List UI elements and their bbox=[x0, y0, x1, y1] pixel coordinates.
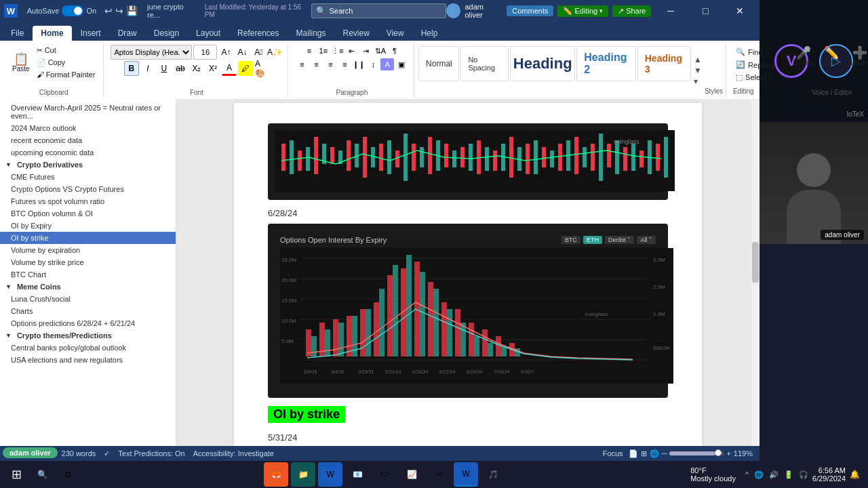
focus-btn[interactable]: Focus bbox=[603, 449, 623, 458]
taskbar-outlook[interactable]: 📧 bbox=[345, 462, 370, 487]
styles-up-btn[interactable]: ▲ bbox=[694, 55, 702, 64]
highlight-btn[interactable]: 🖊 bbox=[238, 61, 253, 76]
format-painter-btn[interactable]: 🖌 Format Painter bbox=[34, 69, 98, 80]
autosave-toggle[interactable] bbox=[62, 5, 83, 16]
line-space-btn[interactable]: ↕ bbox=[366, 58, 380, 70]
text-color-btn[interactable]: A bbox=[222, 61, 237, 76]
paste-btn[interactable]: 📋 Paste bbox=[9, 51, 33, 75]
bold-btn[interactable]: B bbox=[124, 61, 139, 76]
taskbar-explorer[interactable]: 📁 bbox=[291, 462, 315, 487]
network-icon[interactable]: 🌐 bbox=[754, 470, 764, 479]
zoom-out-btn[interactable]: ─ bbox=[662, 449, 667, 458]
nav-item-btc-chart[interactable]: BTC Chart bbox=[0, 268, 176, 281]
replace-btn[interactable]: 🔄 Replace bbox=[733, 59, 778, 70]
nav-item-central[interactable]: Central banks policy/global outlook bbox=[0, 342, 176, 354]
maximize-btn[interactable]: □ bbox=[690, 0, 721, 22]
taskbar-word[interactable]: W bbox=[318, 462, 342, 487]
subscript-btn[interactable]: X₂ bbox=[189, 61, 204, 76]
taskbar-search-btn[interactable]: 🔍 bbox=[31, 464, 53, 485]
font-grow-btn[interactable]: A↑ bbox=[218, 45, 233, 60]
save-btn[interactable]: 💾 bbox=[126, 5, 138, 16]
editor-btn[interactable]: ✏️ Editor bbox=[820, 45, 843, 68]
font-shrink-btn[interactable]: A↓ bbox=[235, 45, 250, 60]
strikethrough-btn[interactable]: ab bbox=[173, 61, 188, 76]
view-mode-icon[interactable]: 📄 bbox=[629, 449, 638, 458]
nav-item-vol-strike[interactable]: Volume by strike price bbox=[0, 256, 176, 268]
zoom-slider[interactable] bbox=[669, 451, 724, 455]
doc-area[interactable]: coinglass 6/28/24 Options Open Interest … bbox=[176, 96, 760, 461]
text-effects-btn[interactable]: A✨ bbox=[267, 45, 282, 60]
search-bar[interactable]: 🔍 Search bbox=[311, 3, 446, 18]
accessibility[interactable]: Accessibility: Investigate bbox=[193, 449, 274, 458]
time-display[interactable]: 6:56 AM 6/29/2024 bbox=[812, 466, 846, 483]
taskbar-word2[interactable]: W bbox=[454, 462, 478, 487]
undo-btn[interactable]: ↩ bbox=[104, 5, 113, 16]
volume-icon[interactable]: 🔊 bbox=[769, 470, 778, 479]
find-btn[interactable]: 🔍 Find bbox=[733, 46, 778, 58]
tab-layout[interactable]: Layout bbox=[188, 26, 229, 41]
comments-btn[interactable]: Comments bbox=[507, 5, 553, 16]
tab-file[interactable]: File bbox=[3, 26, 32, 41]
taskbar-firefox[interactable]: 🦊 bbox=[264, 462, 288, 487]
nav-item-upcoming[interactable]: upcoming economic data bbox=[0, 146, 176, 159]
select-btn[interactable]: ⬚ Select ˅ bbox=[733, 72, 778, 83]
num-list-btn[interactable]: 1≡ bbox=[317, 45, 330, 57]
nav-item-charts[interactable]: Charts bbox=[0, 305, 176, 317]
redo-btn[interactable]: ↪ bbox=[115, 5, 123, 16]
nav-item-oi-strike[interactable]: OI by strike bbox=[0, 232, 176, 244]
text-predictions[interactable]: Text Predictions: On bbox=[118, 449, 184, 458]
task-view-btn[interactable]: ⧉ bbox=[57, 464, 79, 485]
sys-tray-expand[interactable]: ^ bbox=[745, 470, 749, 479]
view-web-icon[interactable]: 🌐 bbox=[650, 449, 659, 458]
shading-btn[interactable]: A bbox=[380, 58, 394, 70]
font-face-select[interactable]: Aptos Display (Hea... bbox=[111, 45, 192, 60]
clear-format-btn[interactable]: A⃝ bbox=[251, 45, 266, 60]
underline-btn[interactable]: U bbox=[157, 61, 172, 76]
nav-item-oi-expiry[interactable]: OI by Expiry bbox=[0, 220, 176, 232]
nav-item-btc-oi[interactable]: BTC Option volumn & OI bbox=[0, 207, 176, 220]
headset-icon[interactable]: 🎧 bbox=[799, 470, 808, 479]
tab-help[interactable]: Help bbox=[413, 26, 446, 41]
cut-btn[interactable]: ✂ Cut bbox=[34, 45, 98, 56]
italic-btn[interactable]: I bbox=[140, 61, 155, 76]
justify-btn[interactable]: ≡ bbox=[338, 58, 351, 70]
nav-item-crypto-themes[interactable]: ▼Crypto themes/Predictions bbox=[0, 329, 176, 342]
show-para-btn[interactable]: ¶ bbox=[388, 45, 401, 57]
taskbar-unknown[interactable]: 🎵 bbox=[481, 462, 505, 487]
minimize-btn[interactable]: ─ bbox=[655, 0, 686, 22]
tab-design[interactable]: Design bbox=[146, 26, 187, 41]
nav-item-cme[interactable]: CME Futures bbox=[0, 171, 176, 183]
nav-item-opts-pred[interactable]: Options predictions 6/28/24 + 6/21/24 bbox=[0, 317, 176, 329]
start-btn[interactable]: ⊞ bbox=[5, 464, 27, 485]
notification-icon[interactable]: 🔔 bbox=[850, 470, 860, 479]
col-btn[interactable]: ❙❙ bbox=[352, 58, 366, 70]
indent-dec-btn[interactable]: ⇤ bbox=[345, 45, 359, 57]
zoom-in-btn[interactable]: + bbox=[726, 449, 730, 458]
font-size-input[interactable] bbox=[193, 45, 217, 60]
align-left-btn[interactable]: ≡ bbox=[295, 58, 309, 70]
dictate-btn[interactable]: 🎤 Dictate bbox=[790, 45, 816, 68]
tab-references[interactable]: References bbox=[229, 26, 287, 41]
close-btn[interactable]: ✕ bbox=[725, 0, 755, 22]
align-right-btn[interactable]: ≡ bbox=[323, 58, 337, 70]
border-btn[interactable]: ▣ bbox=[395, 58, 408, 70]
tab-view[interactable]: View bbox=[378, 26, 412, 41]
battery-icon[interactable]: 🔋 bbox=[784, 470, 793, 479]
taskbar-tradingview[interactable]: 📈 bbox=[399, 462, 424, 487]
nav-item-luna[interactable]: Luna Crush/social bbox=[0, 293, 176, 305]
nav-item-marco[interactable]: 2024 Marco outlook bbox=[0, 122, 176, 134]
list-btn[interactable]: ≡ bbox=[302, 45, 316, 57]
nav-item-crypto-deriv[interactable]: ▼Crypto Derivatives bbox=[0, 159, 176, 171]
nav-item-opts-vs[interactable]: Crypto Options VS Crypto Futures bbox=[0, 183, 176, 195]
share-btn[interactable]: ↗ Share bbox=[612, 5, 651, 17]
style-heading1[interactable]: Heading bbox=[510, 46, 575, 81]
tab-mailings[interactable]: Mailings bbox=[288, 26, 334, 41]
style-heading3[interactable]: Heading 3 bbox=[637, 46, 691, 81]
style-normal[interactable]: Normal bbox=[418, 46, 459, 81]
superscript-btn[interactable]: X² bbox=[205, 61, 220, 76]
nav-item-futs-spot[interactable]: Futures vs spot volumn ratio bbox=[0, 195, 176, 207]
scrollbar-thumb[interactable] bbox=[752, 242, 759, 283]
zoom-level[interactable]: 119% bbox=[734, 449, 753, 458]
styles-down-btn[interactable]: ▼ bbox=[694, 66, 702, 75]
nav-item-vol-exp[interactable]: Volume by expiration bbox=[0, 244, 176, 256]
